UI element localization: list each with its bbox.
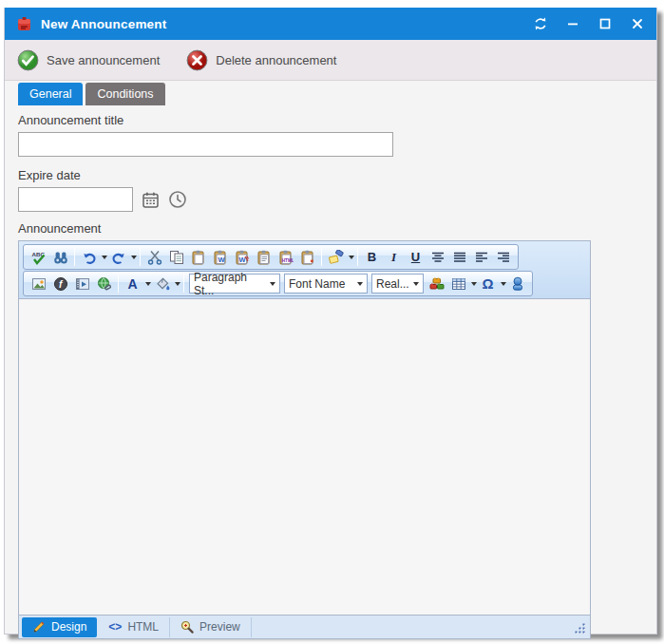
toolbar-separator (321, 248, 322, 266)
media-icon (75, 276, 90, 292)
font-name-select[interactable]: Font Name (284, 274, 368, 294)
foreground-color-glyph: A (127, 276, 137, 292)
paragraph-style-select[interactable]: Paragraph St... (189, 274, 280, 294)
flash-manager-button[interactable]: f (49, 273, 71, 294)
module-blocks-icon (429, 276, 445, 292)
tab-design[interactable]: Design (22, 617, 97, 637)
foreground-color-button[interactable]: A (122, 273, 143, 294)
find-button[interactable] (49, 246, 71, 268)
minimize-button[interactable] (565, 16, 580, 31)
paste-from-word-nostyles-icon: W (235, 250, 250, 265)
paste-as-html-button[interactable]: HTML (275, 246, 296, 268)
refresh-button[interactable] (533, 16, 548, 31)
background-color-button[interactable] (151, 273, 173, 294)
font-size-select[interactable]: Real... (371, 274, 424, 294)
code-icon: <> (108, 620, 122, 634)
editor-toolbar-row-1: ABC (23, 244, 519, 270)
format-stripper-button[interactable] (325, 246, 347, 268)
close-button[interactable] (630, 16, 645, 31)
underline-button[interactable]: U (405, 246, 427, 268)
scissors-icon (147, 250, 162, 265)
chevron-down-icon (357, 282, 363, 286)
editor-toolbar: ABC (19, 241, 590, 299)
justify-button[interactable] (448, 246, 470, 268)
rich-text-editor: ABC (18, 240, 591, 639)
toolbar-separator (140, 248, 141, 266)
save-announcement-button[interactable]: Save announcement (17, 49, 160, 71)
template-manager-button[interactable] (506, 273, 528, 294)
align-right-button[interactable] (492, 246, 514, 268)
insert-symbol-button[interactable]: Ω (477, 273, 499, 294)
image-icon (31, 276, 47, 292)
font-size-value: Real... (376, 277, 409, 291)
undo-button[interactable] (78, 246, 100, 268)
insert-table-button[interactable] (447, 273, 469, 294)
expire-date-input[interactable] (18, 187, 133, 212)
format-stripper-icon (329, 250, 344, 265)
clock-icon[interactable] (168, 190, 187, 209)
copy-button[interactable] (165, 246, 187, 268)
paste-from-word-button[interactable]: W (209, 246, 231, 268)
delete-x-icon (186, 49, 208, 71)
redo-button[interactable] (107, 246, 129, 268)
toolbar-separator (118, 275, 119, 293)
hyperlink-manager-button[interactable] (93, 273, 115, 294)
omega-glyph: Ω (482, 275, 493, 292)
calendar-icon[interactable] (142, 191, 160, 209)
italic-button[interactable]: I (383, 246, 405, 268)
media-manager-button[interactable] (71, 273, 93, 294)
underline-glyph: U (411, 250, 420, 264)
background-color-dropdown-arrow[interactable] (175, 282, 180, 286)
chevron-down-icon (270, 282, 275, 286)
paste-plain-text-button[interactable] (253, 246, 275, 268)
paste-from-word-nostyles-button[interactable]: W (231, 246, 253, 268)
paste-options-button[interactable] (296, 246, 318, 268)
cut-button[interactable] (143, 246, 165, 268)
maximize-button[interactable] (598, 16, 613, 31)
pencil-icon (32, 620, 46, 634)
paste-button[interactable] (187, 246, 209, 268)
announcement-title-input[interactable] (18, 132, 393, 157)
editor-content-area[interactable] (19, 299, 590, 615)
resize-grip[interactable] (574, 622, 586, 635)
tab-conditions[interactable]: Conditions (85, 83, 164, 105)
editor-mode-bar: Design <> HTML Preview (19, 615, 590, 638)
bold-button[interactable]: B (361, 246, 383, 268)
paste-plain-text-icon (256, 250, 272, 265)
image-manager-button[interactable] (28, 273, 49, 294)
align-center-button[interactable] (427, 246, 448, 268)
justify-icon (452, 250, 467, 265)
announcement-icon (16, 16, 32, 32)
titlebar: New Announcement (5, 8, 656, 40)
module-manager-button[interactable] (426, 273, 447, 294)
delete-announcement-button[interactable]: Delete announcement (186, 49, 336, 71)
paragraph-style-value: Paragraph St... (194, 271, 268, 297)
spellcheck-button[interactable]: ABC (28, 246, 49, 268)
general-tab-panel: Announcement title Expire date Announcem… (5, 105, 656, 639)
design-tab-label: Design (51, 620, 86, 634)
format-stripper-dropdown-arrow[interactable] (349, 256, 354, 259)
announcement-body-label: Announcement (18, 221, 643, 236)
italic-glyph: I (391, 250, 396, 265)
paste-options-icon (300, 250, 315, 265)
tab-general[interactable]: General (18, 83, 83, 105)
magnifier-icon (180, 620, 194, 634)
copy-pages-icon (169, 250, 184, 265)
redo-dropdown-arrow[interactable] (131, 256, 137, 259)
tab-preview[interactable]: Preview (170, 617, 252, 637)
svg-text:W: W (218, 256, 225, 264)
html-tab-label: HTML (127, 620, 159, 634)
announcement-title-label: Announcement title (18, 113, 643, 127)
paste-as-html-icon: HTML (278, 250, 294, 265)
align-right-icon (496, 250, 511, 265)
flash-icon: f (53, 276, 68, 292)
expire-date-row (18, 187, 643, 212)
tab-html[interactable]: <> HTML (98, 617, 170, 637)
svg-text:HTML: HTML (281, 258, 293, 263)
paint-bucket-icon (155, 276, 170, 292)
save-announcement-label: Save announcement (47, 53, 160, 67)
expire-date-label: Expire date (18, 168, 643, 182)
align-left-button[interactable] (470, 246, 492, 268)
toolbar-separator (74, 248, 75, 266)
new-announcement-window: New Announcement Save announcement (4, 8, 657, 635)
